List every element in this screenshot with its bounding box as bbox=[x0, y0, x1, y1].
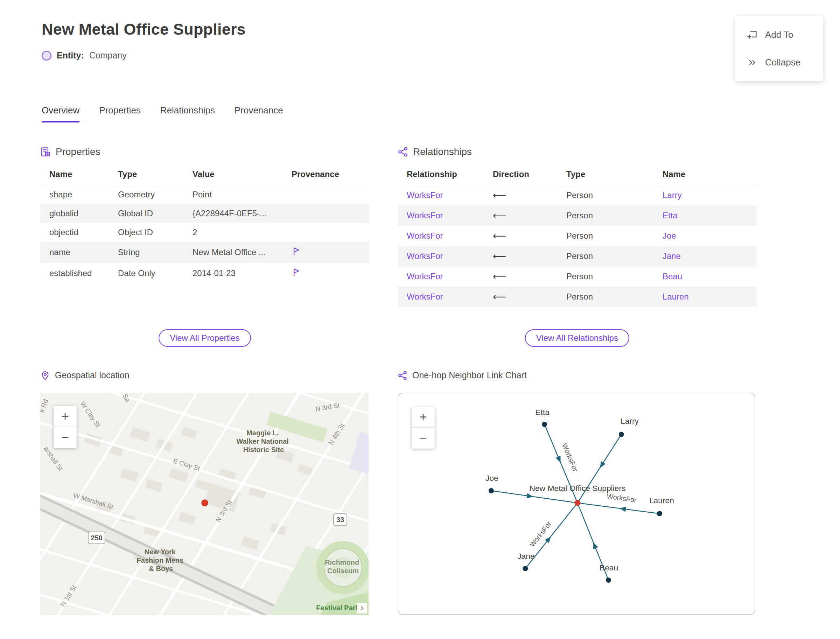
link-chart-zoom-out-button[interactable]: − bbox=[412, 428, 435, 448]
relationship-row: WorksFor ⟵ Person Larry bbox=[398, 185, 757, 206]
graph-node[interactable] bbox=[523, 566, 528, 571]
col-relationship: Relationship bbox=[398, 165, 493, 185]
col-direction: Direction bbox=[493, 165, 566, 185]
graph-node[interactable] bbox=[542, 422, 547, 427]
relationships-section-header: Relationships bbox=[398, 146, 757, 157]
graph-edge-arrow bbox=[556, 456, 561, 462]
properties-table-header: Name Type Value Provenance bbox=[40, 165, 369, 185]
related-entity-type: Person bbox=[566, 287, 663, 307]
map-zoom-in-button[interactable]: + bbox=[54, 406, 76, 427]
relationship-row: WorksFor ⟵ Person Joe bbox=[398, 226, 757, 246]
related-entity-link[interactable]: Larry bbox=[663, 191, 682, 200]
tab-overview[interactable]: Overview bbox=[41, 105, 80, 122]
provenance-flag-icon[interactable] bbox=[291, 267, 301, 277]
relationship-type-link[interactable]: WorksFor bbox=[407, 231, 443, 240]
property-row: name String New Metal Office ... bbox=[40, 242, 369, 263]
graph-node-label: Lauren bbox=[649, 496, 674, 505]
related-entity-link[interactable]: Lauren bbox=[663, 292, 689, 301]
prop-provenance bbox=[291, 223, 369, 242]
direction-left-arrow: ⟵ bbox=[493, 271, 506, 282]
graph-edge-label: WorksFor bbox=[561, 442, 580, 473]
col-type: Type bbox=[566, 165, 663, 185]
view-all-relationships-button[interactable]: View All Relationships bbox=[525, 329, 629, 347]
prop-value: 2 bbox=[192, 223, 291, 242]
entity-type-value: Company bbox=[89, 50, 127, 60]
col-value: Value bbox=[192, 165, 291, 185]
direction-left-arrow: ⟵ bbox=[493, 210, 506, 221]
col-name: Name bbox=[663, 165, 757, 185]
related-entity-link[interactable]: Joe bbox=[663, 231, 676, 240]
relationship-type-link[interactable]: WorksFor bbox=[407, 292, 443, 301]
relationship-row: WorksFor ⟵ Person Jane bbox=[398, 246, 757, 266]
graph-center-node[interactable] bbox=[575, 500, 581, 506]
graph-node-label: Larry bbox=[620, 416, 639, 426]
graph-center-label: New Metal Office Suppliers bbox=[529, 484, 625, 493]
graph-node[interactable] bbox=[657, 511, 662, 516]
relationship-row: WorksFor ⟵ Person Beau bbox=[398, 266, 757, 287]
provenance-flag-icon[interactable] bbox=[291, 246, 301, 256]
entity-details-screen: New Metal Office Suppliers Entity: Compa… bbox=[0, 0, 840, 639]
graph-edge-label: WorksFor bbox=[528, 520, 553, 548]
relationship-type-link[interactable]: WorksFor bbox=[407, 251, 443, 261]
map[interactable]: 250 33 k Rd W Clay St Sa N 3rd St N 4th … bbox=[40, 393, 369, 615]
relationship-type-link[interactable]: WorksFor bbox=[407, 191, 443, 200]
direction-left-arrow: ⟵ bbox=[493, 230, 506, 241]
related-entity-type: Person bbox=[566, 185, 663, 206]
properties-table: Name Type Value Provenance shape Geometr… bbox=[40, 165, 369, 284]
graph-node-label: Jane bbox=[517, 552, 535, 561]
prop-value: 2014-01-23 bbox=[192, 263, 291, 284]
relationships-table-header: Relationship Direction Type Name bbox=[398, 165, 757, 185]
graph-edge-arrow bbox=[527, 493, 533, 498]
related-entity-link[interactable]: Beau bbox=[663, 272, 682, 281]
map-attribution-toggle[interactable] bbox=[356, 603, 367, 614]
map-canvas[interactable]: 250 33 k Rd W Clay St Sa N 3rd St N 4th … bbox=[40, 393, 369, 615]
related-entity-type: Person bbox=[566, 266, 663, 287]
related-entity-link[interactable]: Etta bbox=[663, 211, 678, 220]
col-name: Name bbox=[40, 165, 118, 185]
link-chart-zoom-control: + − bbox=[412, 407, 435, 448]
route-shield-us250-label: 250 bbox=[91, 534, 102, 542]
prop-value: Point bbox=[192, 185, 291, 204]
relationship-type-link[interactable]: WorksFor bbox=[407, 211, 443, 220]
relationship-type-link[interactable]: WorksFor bbox=[407, 272, 443, 281]
link-chart-section-title: One-hop Neighbor Link Chart bbox=[412, 370, 527, 380]
route-shield-us250: 250 bbox=[88, 532, 105, 544]
collapse-button[interactable]: Collapse bbox=[735, 49, 823, 76]
tab-provenance[interactable]: Provenance bbox=[234, 105, 283, 122]
graph-node[interactable] bbox=[488, 488, 494, 493]
link-chart-canvas[interactable]: WorksForWorksForWorksForEttaLarryJoeLaur… bbox=[398, 393, 755, 614]
place-label-line: Maggie L. bbox=[247, 429, 278, 437]
prop-name: shape bbox=[40, 185, 118, 204]
property-row: shape Geometry Point bbox=[40, 185, 369, 204]
properties-section-header: Properties bbox=[40, 146, 369, 157]
tab-properties[interactable]: Properties bbox=[99, 105, 141, 122]
tab-relationships[interactable]: Relationships bbox=[160, 105, 215, 122]
map-zoom-out-button[interactable]: − bbox=[54, 427, 76, 448]
link-chart[interactable]: WorksForWorksForWorksForEttaLarryJoeLaur… bbox=[398, 393, 755, 615]
prop-value: {A228944F-0EF5-... bbox=[192, 204, 291, 223]
relationships-title: Relationships bbox=[413, 146, 472, 157]
entity-label: Entity: bbox=[57, 50, 84, 60]
place-label-line: Walker National bbox=[237, 437, 289, 445]
relationships-panel: Relationships Relationship Direction Typ… bbox=[398, 146, 757, 307]
add-to-label: Add To bbox=[765, 29, 793, 40]
place-label-line: Richmond bbox=[325, 558, 359, 566]
graph-node[interactable] bbox=[619, 432, 624, 437]
entity-type-icon bbox=[41, 51, 51, 60]
map-entity-marker[interactable] bbox=[202, 500, 208, 506]
prop-value: New Metal Office ... bbox=[192, 242, 291, 263]
prop-name: objectid bbox=[40, 223, 118, 242]
property-row: objectid Object ID 2 bbox=[40, 223, 369, 242]
tab-bar: Overview Properties Relationships Proven… bbox=[41, 105, 283, 122]
related-entity-link[interactable]: Jane bbox=[663, 251, 681, 261]
graph-node[interactable] bbox=[606, 577, 611, 583]
prop-provenance bbox=[291, 263, 369, 284]
prop-provenance bbox=[291, 185, 369, 204]
related-entity-type: Person bbox=[566, 246, 663, 266]
link-chart-zoom-in-button[interactable]: + bbox=[412, 407, 435, 428]
relationships-icon bbox=[398, 146, 408, 157]
col-type: Type bbox=[118, 165, 192, 185]
place-label-line: & Boys bbox=[149, 565, 173, 572]
add-to-button[interactable]: Add To bbox=[735, 21, 823, 49]
view-all-properties-button[interactable]: View All Properties bbox=[159, 329, 251, 347]
